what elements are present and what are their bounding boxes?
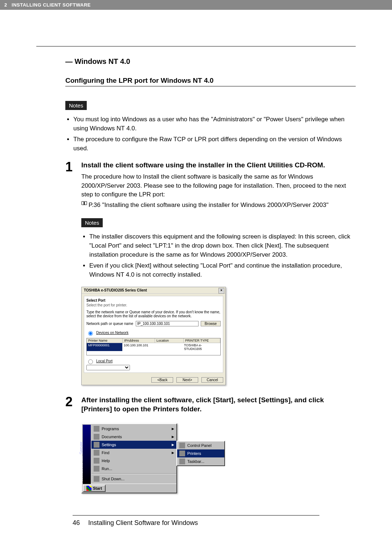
chapter-number: 2 bbox=[4, 2, 7, 8]
step-title: Install the client software using the in… bbox=[81, 160, 356, 170]
cancel-button[interactable]: Cancel bbox=[201, 377, 223, 383]
note-item: The procedure to configure the Raw TCP o… bbox=[73, 135, 356, 153]
device-row[interactable]: MFP00000001 100.100.100.101 TOSHIBA e-ST… bbox=[87, 343, 220, 351]
footer-text: Installing Client Software for Windows bbox=[88, 519, 198, 526]
help-icon bbox=[94, 458, 99, 464]
subheading-rule bbox=[65, 86, 356, 86]
step-text: The procedure how to Install the client … bbox=[81, 172, 356, 199]
settings-submenu: Control Panel Printers Taskbar... bbox=[176, 441, 225, 466]
device-list[interactable]: Printer Name IPAddress Location PRINTER … bbox=[86, 338, 221, 355]
back-button[interactable]: <Back bbox=[151, 377, 173, 383]
start-button[interactable]: Start bbox=[83, 485, 106, 492]
chevron-right-icon: ▶ bbox=[172, 451, 174, 455]
menu-shutdown[interactable]: Shut Down... bbox=[91, 475, 176, 483]
note-item: Even if you click [Next] without selecti… bbox=[89, 261, 356, 279]
step-2: 2 After installing the client software, … bbox=[65, 395, 356, 417]
local-port-radio[interactable] bbox=[88, 359, 93, 364]
shutdown-icon bbox=[94, 476, 99, 482]
page-number: 46 bbox=[73, 519, 80, 526]
chevron-right-icon: ▶ bbox=[172, 427, 174, 431]
step-number: 2 bbox=[65, 395, 81, 417]
start-menu-screenshot: Windows NT Server Programs▶ Documents▶ S… bbox=[81, 423, 356, 493]
dialog-title: TOSHIBA e-STUDIO205 Series Client bbox=[84, 288, 147, 292]
settings-icon bbox=[94, 442, 99, 448]
submenu-control-panel[interactable]: Control Panel bbox=[177, 441, 224, 449]
platform-heading: — Windows NT 4.0 bbox=[65, 57, 356, 66]
section-subtitle: Select the port for printer. bbox=[86, 303, 221, 307]
page-footer: 46 Installing Client Software for Window… bbox=[73, 515, 319, 527]
menu-help[interactable]: Help bbox=[91, 457, 176, 465]
chevron-right-icon: ▶ bbox=[172, 443, 174, 447]
windows-icon bbox=[86, 486, 91, 491]
chapter-title: INSTALLING CLIENT SOFTWARE bbox=[12, 2, 91, 8]
select-port-dialog: TOSHIBA e-STUDIO205 Series Client × Sele… bbox=[81, 287, 226, 385]
browse-button[interactable]: Browse bbox=[201, 321, 221, 326]
local-port-label: Local Port bbox=[96, 359, 113, 363]
notes-list: You must log into Windows as a user who … bbox=[65, 115, 356, 153]
rule bbox=[36, 46, 356, 46]
dialog-titlebar: TOSHIBA e-STUDIO205 Series Client × bbox=[82, 287, 225, 294]
col-ip: IPAddress bbox=[123, 338, 155, 343]
start-menu-banner: Windows NT Server bbox=[83, 425, 91, 484]
chevron-right-icon: ▶ bbox=[172, 435, 174, 439]
section-title: Select Port bbox=[86, 298, 221, 302]
next-button[interactable]: Next> bbox=[176, 377, 198, 383]
menu-find[interactable]: Find▶ bbox=[91, 449, 176, 457]
submenu-printers[interactable]: Printers bbox=[177, 449, 224, 457]
printers-icon bbox=[179, 451, 185, 456]
menu-settings[interactable]: Settings▶ bbox=[91, 441, 176, 449]
sub-heading: Configuring the LPR port for Windows NT … bbox=[65, 77, 356, 85]
step-reference: P.36 "Installing the client software usi… bbox=[81, 199, 356, 209]
network-path-input[interactable] bbox=[136, 321, 199, 326]
step-title: After installing the client software, cl… bbox=[81, 395, 356, 414]
run-icon bbox=[94, 466, 99, 472]
instruction-text: Type the network name or Queue name of y… bbox=[86, 310, 221, 318]
col-type: PRINTER TYPE bbox=[184, 338, 220, 343]
installer-dialog-screenshot: TOSHIBA e-STUDIO205 Series Client × Sele… bbox=[81, 287, 356, 385]
local-port-select[interactable] bbox=[86, 365, 130, 370]
path-label: Network path or queue name bbox=[86, 322, 134, 326]
col-location: Location bbox=[155, 338, 184, 343]
col-printer-name: Printer Name bbox=[87, 338, 123, 343]
step-1: 1 Install the client software using the … bbox=[65, 160, 356, 210]
menu-run[interactable]: Run... bbox=[91, 465, 176, 473]
documents-icon bbox=[94, 434, 99, 440]
step-number: 1 bbox=[65, 160, 81, 210]
control-panel-icon bbox=[179, 443, 185, 448]
taskbar: Start bbox=[82, 484, 176, 493]
book-icon bbox=[81, 199, 87, 208]
notes-list: The installer discovers this equipment a… bbox=[81, 232, 356, 279]
note-item: You must log into Windows as a user who … bbox=[73, 115, 356, 133]
submenu-taskbar[interactable]: Taskbar... bbox=[177, 457, 224, 465]
close-icon[interactable]: × bbox=[219, 288, 224, 294]
menu-documents[interactable]: Documents▶ bbox=[91, 433, 176, 441]
devices-radio[interactable] bbox=[88, 331, 93, 336]
notes-badge: Notes bbox=[81, 218, 103, 227]
notes-badge: Notes bbox=[65, 101, 87, 110]
devices-radio-label: Devices on Network bbox=[96, 331, 128, 335]
menu-programs[interactable]: Programs▶ bbox=[91, 425, 176, 433]
start-menu: Windows NT Server Programs▶ Documents▶ S… bbox=[81, 423, 177, 493]
note-item: The installer discovers this equipment a… bbox=[89, 232, 356, 259]
reference-text: P.36 "Installing the client software usi… bbox=[89, 201, 328, 208]
find-icon bbox=[94, 450, 99, 456]
menu-separator bbox=[91, 473, 176, 474]
chapter-header: 2 INSTALLING CLIENT SOFTWARE bbox=[0, 0, 392, 10]
taskbar-icon bbox=[179, 459, 185, 464]
programs-icon bbox=[94, 426, 99, 432]
